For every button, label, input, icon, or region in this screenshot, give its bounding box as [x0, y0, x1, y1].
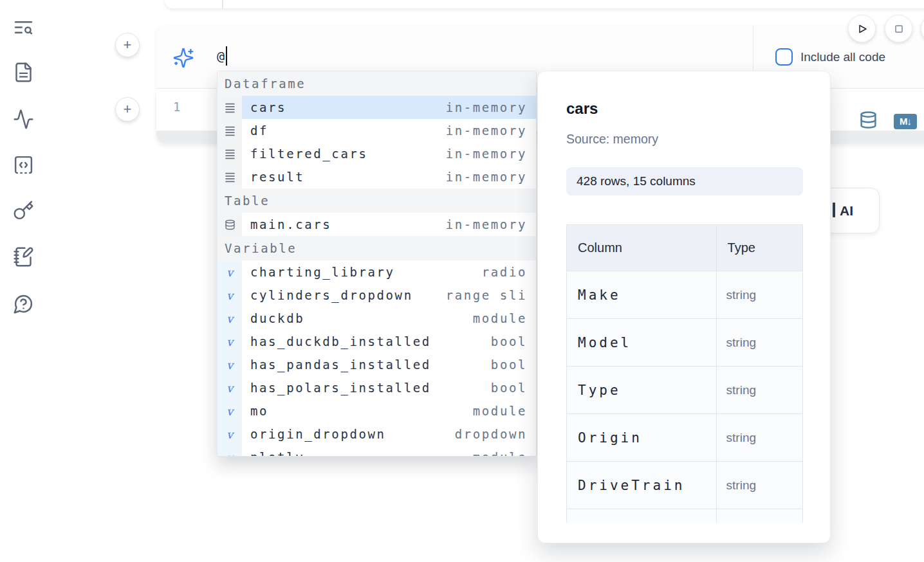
- column-type: string: [716, 367, 802, 414]
- preview-table-clip: ColumnTypeMakestringModelstringTypestrin…: [566, 224, 803, 523]
- variable-icon: v: [217, 399, 242, 422]
- dataframe-icon: [217, 142, 242, 165]
- completion-name: has_pandas_installed: [250, 358, 431, 372]
- completion-name: main.cars: [250, 217, 331, 231]
- stop-icon: [891, 21, 907, 37]
- completion-name: has_duckdb_installed: [250, 334, 431, 349]
- autocomplete-item-main.cars[interactable]: main.carsin-memory: [217, 213, 536, 236]
- autocomplete-item-duckdb[interactable]: vduckdbmodule: [217, 307, 536, 330]
- completion-type: module: [473, 311, 536, 325]
- add-cell-button[interactable]: +: [115, 97, 140, 122]
- completion-name: result: [250, 170, 304, 184]
- markdown-icon[interactable]: M↓: [894, 114, 917, 129]
- autocomplete-dropdown: Dataframecarsin-memorydfin-memoryfiltere…: [217, 71, 537, 457]
- completion-name: plotly: [250, 450, 304, 457]
- autocomplete-item-cylinders_dropdown[interactable]: vcylinders_dropdownrange_sli: [217, 284, 536, 307]
- preview-col-header: Column: [567, 225, 717, 271]
- key-icon[interactable]: [12, 199, 35, 222]
- preview-table-row: [567, 509, 803, 523]
- preview-table-row: Originstring: [567, 414, 803, 462]
- stop-button[interactable]: [885, 15, 912, 42]
- column-name: Origin: [567, 414, 717, 462]
- column-type: string: [716, 462, 802, 509]
- completion-name: origin_dropdown: [250, 427, 386, 441]
- preview-table-row: Typestring: [567, 367, 803, 414]
- variable-icon: v: [217, 422, 242, 446]
- autocomplete-item-has_pandas_installed[interactable]: vhas_pandas_installedbool: [217, 353, 536, 376]
- sparkles-icon: [172, 47, 194, 69]
- autocomplete-item-charting_library[interactable]: vcharting_libraryradio: [217, 260, 536, 284]
- column-type: string: [716, 319, 802, 367]
- completion-type: bool: [491, 358, 536, 372]
- play-icon: [855, 21, 870, 37]
- autocomplete-item-df[interactable]: dfin-memory: [217, 119, 536, 142]
- column-name: DriveTrain: [567, 462, 717, 509]
- completion-name: filtered_cars: [250, 147, 368, 161]
- preview-table-row: Makestring: [567, 271, 803, 319]
- column-name: Type: [567, 367, 717, 414]
- partial-letter: [833, 203, 835, 217]
- completion-type: dropdown: [455, 427, 536, 441]
- completion-name: has_polars_installed: [250, 381, 431, 395]
- completion-type: module: [473, 450, 536, 457]
- autocomplete-section-header: Variable: [217, 236, 536, 260]
- column-type: [716, 509, 802, 523]
- completion-type: range_sli: [446, 288, 536, 302]
- completion-type: in-memory: [446, 217, 536, 231]
- column-type: string: [716, 271, 802, 319]
- autocomplete-section-header: Dataframe: [217, 71, 536, 96]
- column-type: string: [716, 414, 802, 462]
- completion-type: bool: [491, 334, 536, 349]
- completion-name: cylinders_dropdown: [250, 288, 413, 302]
- autocomplete-item-result[interactable]: resultin-memory: [217, 165, 536, 188]
- preview-table-row: DriveTrainstring: [567, 462, 803, 509]
- shape-badge: 428 rows, 15 columns: [566, 167, 803, 195]
- autocomplete-item-filtered_cars[interactable]: filtered_carsin-memory: [217, 142, 536, 165]
- previous-cell-bottom: [164, 0, 924, 8]
- text-cursor: [226, 46, 227, 66]
- completion-type: bool: [491, 381, 536, 395]
- ai-prompt-input[interactable]: @: [217, 48, 225, 64]
- activity-icon[interactable]: [12, 107, 35, 131]
- autocomplete-item-has_duckdb_installed[interactable]: vhas_duckdb_installedbool: [217, 330, 536, 353]
- preview-source: Source: memory: [566, 132, 658, 147]
- variable-icon: v: [217, 284, 242, 307]
- snippets-icon[interactable]: [12, 153, 35, 176]
- variable-icon: v: [217, 376, 242, 399]
- help-chat-icon[interactable]: [12, 292, 35, 315]
- preview-col-header: Type: [716, 225, 802, 271]
- variable-icon: v: [217, 446, 242, 457]
- completion-type: in-memory: [446, 123, 536, 138]
- dataframe-icon: [217, 96, 242, 119]
- column-name: Make: [567, 271, 717, 319]
- column-name: [567, 509, 717, 523]
- file-icon[interactable]: [12, 60, 35, 84]
- completion-name: df: [250, 123, 268, 138]
- preview-table: ColumnTypeMakestringModelstringTypestrin…: [566, 224, 803, 523]
- include-all-code-checkbox[interactable]: [775, 48, 793, 66]
- toc-search-icon[interactable]: [12, 15, 35, 39]
- include-all-code-label: Include all code: [800, 50, 885, 64]
- completion-type: in-memory: [446, 100, 536, 114]
- completion-type: in-memory: [446, 170, 536, 184]
- autocomplete-item-origin_dropdown[interactable]: vorigin_dropdowndropdown: [217, 422, 536, 446]
- marimo-notebook: + + @ Include all code 1 M↓ Dataframecar…: [0, 0, 924, 562]
- autocomplete-item-mo[interactable]: vmomodule: [217, 399, 536, 422]
- database-icon[interactable]: [859, 111, 878, 129]
- completion-type: radio: [482, 265, 536, 279]
- autocomplete-item-plotly[interactable]: vplotlymodule: [217, 446, 536, 457]
- run-cell-button[interactable]: [848, 15, 876, 42]
- variable-icon: v: [217, 307, 242, 330]
- column-name: Model: [567, 319, 717, 367]
- variable-icon: v: [217, 260, 242, 284]
- dataframe-icon: [217, 119, 242, 142]
- preview-table-row: Modelstring: [567, 319, 803, 367]
- autocomplete-item-has_polars_installed[interactable]: vhas_polars_installedbool: [217, 376, 536, 399]
- completion-name: duckdb: [250, 311, 304, 325]
- scratchpad-icon[interactable]: [12, 245, 35, 268]
- table-icon: [217, 213, 242, 236]
- dataframe-preview-panel: cars Source: memory 428 rows, 15 columns…: [537, 71, 831, 543]
- autocomplete-item-cars[interactable]: carsin-memory: [217, 96, 536, 119]
- add-cell-button[interactable]: +: [115, 33, 140, 57]
- preview-title: cars: [566, 100, 598, 118]
